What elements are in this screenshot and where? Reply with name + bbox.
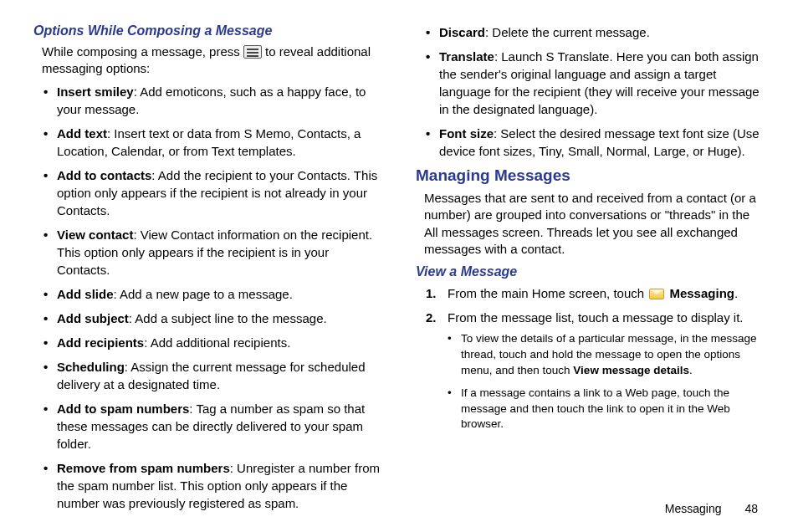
list-item: Insert smiley: Add emoticons, such as a … [42,83,382,118]
term: Translate [439,49,494,64]
term: Remove from spam numbers [57,461,230,475]
list-item: Add subject: Add a subject line to the m… [42,309,382,327]
term: Insert smiley [57,84,134,99]
sb-post: . [689,364,693,376]
term: Add text [57,126,107,141]
options-heading: Options While Composing a Message [33,23,382,38]
desc: : Add a subject line to the message. [129,311,327,325]
list-item: Font size: Select the desired message te… [424,125,765,160]
menu-icon [243,45,262,59]
intro-before: While composing a message, press [42,44,243,59]
sb-bold: View message details [573,364,689,376]
view-message-heading: View a Message [416,264,765,279]
step-item: From the message list, touch a message t… [424,309,765,432]
footer-section: Messaging [665,502,722,515]
term: Add slide [57,287,114,301]
footer-page: 48 [744,502,758,515]
list-item: Translate: Launch S Translate. Here you … [424,48,765,118]
sub-bullet: To view the details of a particular mess… [448,331,765,379]
term: Add subject [57,311,129,325]
term: Scheduling [57,360,125,374]
list-item: Add recipients: Add additional recipient… [42,334,382,351]
list-item: Add slide: Add a new page to a message. [42,285,382,303]
step1-before: From the main Home screen, touch [448,286,647,300]
managing-intro: Messages that are sent to and received f… [424,190,765,258]
term: Discard [439,25,485,39]
right-column: Discard: Delete the current message. Tra… [416,23,765,519]
step1-bold: Messaging [669,286,734,300]
step1-after: . [734,286,738,300]
options-intro: While composing a message, press to reve… [42,43,382,78]
term: Add to spam numbers [57,402,189,416]
step-item: From the main Home screen, touch Messagi… [424,284,765,302]
messaging-icon [649,289,664,299]
left-column: Options While Composing a Message While … [33,23,382,519]
term: Add recipients [57,335,144,350]
term: Add to contacts [57,168,151,182]
options-list-cont: Discard: Delete the current message. Tra… [424,23,765,160]
page-columns: Options While Composing a Message While … [33,23,765,519]
sb-pre: If a message contains a link to a Web pa… [461,386,730,431]
list-item: Scheduling: Assign the current message f… [42,358,382,393]
list-item: Add text: Insert text or data from S Mem… [42,125,382,160]
desc: : Add a new page to a message. [114,287,293,301]
list-item: View contact: View Contact information o… [42,226,382,279]
list-item: Add to contacts: Add the recipient to yo… [42,166,382,219]
desc: : Delete the current message. [485,25,650,39]
term: Font size [439,126,494,141]
step2-text: From the message list, touch a message t… [448,310,744,325]
page-footer: Messaging 48 [665,502,758,515]
list-item: Add to spam numbers: Tag a number as spa… [42,400,382,453]
list-item: Remove from spam numbers: Unregister a n… [42,459,382,512]
view-message-steps: From the main Home screen, touch Messagi… [424,284,765,432]
options-list: Insert smiley: Add emoticons, such as a … [42,83,382,512]
list-item: Discard: Delete the current message. [424,23,765,41]
managing-heading: Managing Messages [416,166,765,185]
sub-bullet: If a message contains a link to a Web pa… [448,386,765,433]
term: View contact [57,228,133,242]
desc: : Add additional recipients. [144,335,290,350]
step2-sub-bullets: To view the details of a particular mess… [448,331,765,432]
